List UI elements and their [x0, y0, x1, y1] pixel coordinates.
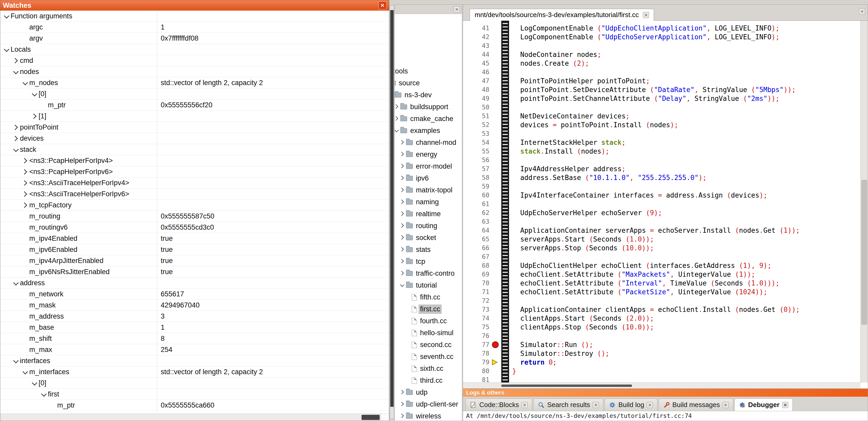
watches-titlebar[interactable]: Watches ✕	[0, 0, 389, 10]
code-line[interactable]: 51 NetDeviceContainer devices;	[463, 112, 861, 121]
code-line[interactable]: 79 return 0;	[463, 358, 861, 367]
tree-item-socket[interactable]: socket	[395, 232, 462, 244]
line-number[interactable]: 66	[463, 244, 494, 252]
code-line[interactable]: 46	[463, 68, 861, 76]
line-number[interactable]: 79	[463, 358, 494, 367]
watch-row-stack[interactable]: stack	[0, 144, 389, 155]
watch-row-m-ptr[interactable]: m_ptr0x5555555ca660	[0, 400, 389, 411]
watch-row-ns3-pcaphelperforipv4[interactable]: <ns3::PcapHelperForIpv4>	[0, 155, 389, 166]
code-line[interactable]: 64 ApplicationContainer serverApps = ech…	[463, 226, 861, 235]
line-number[interactable]: 70	[463, 279, 494, 288]
watch-row-m-ipv4arpjitterenabled[interactable]: m_ipv4ArpJitterEnabledtrue	[0, 255, 389, 266]
chevron-right-icon[interactable]	[22, 157, 29, 164]
line-number[interactable]: 50	[463, 103, 494, 112]
code-line[interactable]: 54 InternetStackHelper stack;	[463, 138, 861, 147]
chevron-right-icon[interactable]	[394, 115, 400, 122]
code-line[interactable]: 48 pointToPoint.SetDeviceAttribute ("Dat…	[463, 85, 861, 94]
chevron-right-icon[interactable]	[399, 210, 406, 217]
line-number[interactable]: 49	[463, 94, 494, 103]
tree-item-tutorial[interactable]: tutorial	[395, 279, 462, 291]
line-number[interactable]: 54	[463, 138, 494, 147]
chevron-right-icon[interactable]	[399, 163, 406, 170]
code-line[interactable]: 45 nodes.Create (2);	[463, 59, 861, 68]
watch-row-m-ipv4enabled[interactable]: m_ipv4Enabledtrue	[0, 233, 389, 244]
code-line[interactable]: 77 Simulator::Run ();	[463, 340, 861, 349]
watch-row-m-address[interactable]: m_address3	[0, 311, 389, 322]
line-number[interactable]: 62	[463, 208, 494, 217]
code-area[interactable]: 41 LogComponentEnable ("UdpEchoClientApp…	[463, 24, 861, 384]
notebook-close-icon[interactable]: ×	[859, 8, 865, 14]
line-number[interactable]: 53	[463, 129, 494, 138]
tree-item-udp-client-ser[interactable]: udp-client-ser	[395, 398, 462, 410]
code-line[interactable]: 44 NodeContainer nodes;	[463, 50, 861, 59]
watch-row-m-base[interactable]: m_base1	[0, 322, 389, 333]
tree-item-first-cc[interactable]: first.cc	[395, 303, 462, 315]
watch-row-0[interactable]: [0]	[0, 89, 389, 100]
tree-item-third-cc[interactable]: third.cc	[395, 375, 462, 386]
tree-item-hello-simul[interactable]: hello-simul	[395, 327, 462, 339]
chevron-down-icon[interactable]	[22, 79, 29, 87]
tree-item-tcp[interactable]: tcp	[395, 256, 462, 267]
chevron-right-icon[interactable]	[399, 389, 406, 396]
watch-row-pointtopoint[interactable]: pointToPoint	[0, 122, 389, 133]
code-line[interactable]: 58 address.SetBase ("10.1.1.0", "255.255…	[463, 173, 861, 182]
watch-row-m-ipv6enabled[interactable]: m_ipv6Enabledtrue	[0, 244, 389, 255]
tab-close-icon[interactable]: ×	[643, 12, 649, 18]
chevron-right-icon[interactable]	[31, 112, 38, 120]
code-line[interactable]: 61	[463, 200, 861, 208]
tab-close-icon[interactable]: ×	[782, 402, 788, 408]
tree-item-matrix-topol[interactable]: matrix-topol	[395, 184, 462, 196]
tree-item-wireless[interactable]: wireless	[395, 410, 462, 421]
watch-row-ns3-asciitracehelperforipv6[interactable]: <ns3::AsciiTraceHelperForIpv6>	[0, 189, 389, 200]
line-number[interactable]: 60	[463, 191, 494, 200]
chevron-right-icon[interactable]	[399, 413, 406, 419]
chevron-right-icon[interactable]	[399, 151, 406, 158]
code-line[interactable]: 53	[463, 129, 861, 138]
line-number[interactable]: 63	[463, 217, 494, 226]
scrollbar-thumb[interactable]	[501, 385, 632, 387]
watch-row-m-max[interactable]: m_max254	[0, 344, 389, 355]
chevron-right-icon[interactable]	[399, 187, 406, 193]
line-number[interactable]: 43	[463, 41, 494, 50]
close-icon[interactable]: ✕	[379, 2, 386, 9]
watch-row-m-network[interactable]: m_network655617	[0, 289, 389, 300]
line-number[interactable]: 72	[463, 296, 494, 305]
tree-item-buildsupport[interactable]: buildsupport	[395, 101, 462, 113]
code-line[interactable]: 78 Simulator::Destroy ();	[463, 349, 861, 358]
line-number[interactable]: 61	[463, 200, 494, 208]
tree-item-stats[interactable]: stats	[395, 244, 462, 256]
watch-row-m-ipv6nsrsjitterenabled[interactable]: m_ipv6NsRsJitterEnabledtrue	[0, 266, 389, 278]
tree-item-channel-mod[interactable]: channel-mod	[395, 136, 462, 149]
tree-item-error-model[interactable]: error-model	[395, 160, 462, 172]
watch-row-first[interactable]: first	[0, 389, 389, 400]
code-line[interactable]: 59	[463, 182, 861, 191]
chevron-right-icon[interactable]	[12, 134, 20, 142]
line-number[interactable]: 46	[463, 68, 494, 76]
line-number[interactable]: 77	[463, 340, 494, 349]
tree-item-seventh-cc[interactable]: seventh.cc	[395, 351, 462, 362]
chevron-right-icon[interactable]	[399, 401, 406, 408]
watch-row-cmd[interactable]: cmd	[0, 55, 389, 66]
code-line[interactable]: 60 Ipv4InterfaceContainer interfaces = a…	[463, 191, 861, 200]
watch-row-argc[interactable]: argc1	[0, 22, 389, 33]
watch-row-m-routingv6[interactable]: m_routingv60x5555555cd3c0	[0, 222, 389, 233]
line-number[interactable]: 71	[463, 288, 494, 296]
line-number[interactable]: 69	[463, 270, 494, 279]
watch-row-ns3-pcaphelperforipv6[interactable]: <ns3::PcapHelperForIpv6>	[0, 166, 389, 177]
line-number[interactable]: 78	[463, 349, 494, 358]
scrollbar-thumb[interactable]	[862, 180, 867, 325]
line-number[interactable]: 56	[463, 156, 494, 164]
watch-row-m-tcpfactory[interactable]: m_tcpFactory	[0, 200, 389, 211]
line-number[interactable]: 65	[463, 235, 494, 244]
chevron-right-icon[interactable]	[399, 246, 406, 253]
watch-row-1[interactable]: [1]	[0, 111, 389, 122]
tab-close-icon[interactable]: ×	[522, 402, 528, 408]
tree-item-traffic-contro[interactable]: traffic-contro	[395, 267, 462, 279]
chevron-right-icon[interactable]	[399, 222, 406, 229]
chevron-right-icon[interactable]	[399, 139, 406, 146]
code-line[interactable]: 70 echoClient.SetAttribute ("Interval", …	[463, 279, 861, 288]
code-line[interactable]: 49 pointToPoint.SetChannelAttribute ("De…	[463, 94, 861, 103]
watch-row-devices[interactable]: devices	[0, 133, 389, 144]
watch-row-m-nodes[interactable]: m_nodesstd::vector of length 2, capacity…	[0, 77, 389, 89]
close-icon[interactable]: ×	[454, 6, 460, 12]
